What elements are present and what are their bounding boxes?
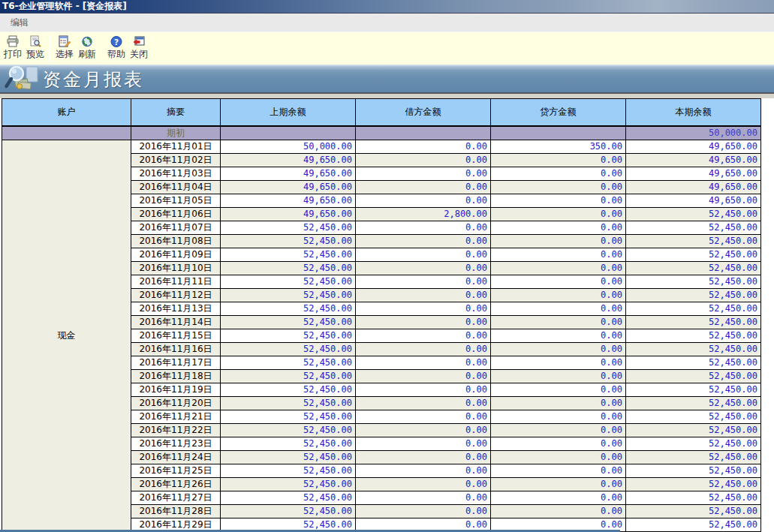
cell-date[interactable]: 2016年11月19日 (131, 383, 221, 396)
cell-balance[interactable]: 52,450.00 (626, 221, 761, 234)
cell-balance[interactable]: 49,650.00 (626, 167, 761, 180)
cell-date[interactable]: 2016年11月20日 (131, 396, 221, 410)
cell-balance[interactable]: 52,450.00 (626, 437, 761, 450)
cell-date[interactable]: 2016年11月05日 (131, 194, 221, 207)
cell-date[interactable]: 2016年11月08日 (131, 234, 221, 248)
help-button[interactable]: ? 帮助 (105, 32, 128, 65)
cell-summary[interactable]: 期初 (131, 126, 221, 140)
cell-debit[interactable]: 0.00 (356, 329, 491, 342)
cell-credit[interactable]: 0.00 (491, 356, 626, 369)
cell-debit[interactable] (356, 126, 491, 140)
cell-balance[interactable]: 52,450.00 (626, 342, 761, 356)
cell-credit[interactable]: 0.00 (491, 383, 626, 396)
cell-prev-balance[interactable]: 52,450.00 (221, 221, 356, 234)
cell-prev-balance[interactable]: 52,450.00 (221, 383, 356, 396)
cell-balance[interactable]: 52,450.00 (626, 275, 761, 288)
cell-date[interactable]: 2016年11月06日 (131, 207, 221, 221)
cell-credit[interactable] (491, 126, 626, 140)
cell-date[interactable]: 2016年11月13日 (131, 302, 221, 315)
cell-balance[interactable]: 52,450.00 (626, 288, 761, 302)
cell-balance[interactable]: 52,450.00 (626, 248, 761, 261)
cell-date[interactable]: 2016年11月11日 (131, 275, 221, 288)
cell-credit[interactable]: 0.00 (491, 180, 626, 194)
cell-debit[interactable]: 0.00 (356, 288, 491, 302)
cell-balance[interactable]: 52,450.00 (626, 518, 761, 531)
cell-prev-balance[interactable]: 52,450.00 (221, 396, 356, 410)
cell-balance[interactable]: 49,650.00 (626, 153, 761, 167)
cell-balance[interactable]: 52,450.00 (626, 356, 761, 369)
cell-balance[interactable]: 52,450.00 (626, 396, 761, 410)
cell-credit[interactable]: 0.00 (491, 450, 626, 464)
cell-date[interactable]: 2016年11月28日 (131, 504, 221, 518)
cell-balance[interactable]: 52,450.00 (626, 207, 761, 221)
cell-debit[interactable]: 0.00 (356, 140, 491, 153)
cell-date[interactable]: 2016年11月26日 (131, 477, 221, 491)
cell-credit[interactable]: 350.00 (491, 140, 626, 153)
cell-date[interactable]: 2016年11月21日 (131, 410, 221, 423)
cell-credit[interactable]: 0.00 (491, 207, 626, 221)
cell-prev-balance[interactable]: 52,450.00 (221, 437, 356, 450)
select-button[interactable]: 选择 (53, 32, 76, 65)
cell-balance[interactable]: 50,000.00 (626, 126, 761, 140)
cell-balance[interactable]: 52,450.00 (626, 315, 761, 329)
cell-credit[interactable]: 0.00 (491, 423, 626, 437)
cell-debit[interactable]: 0.00 (356, 302, 491, 315)
cell-prev-balance[interactable]: 52,450.00 (221, 248, 356, 261)
refresh-button[interactable]: 刷新 (76, 32, 98, 65)
cell-credit[interactable]: 0.00 (491, 329, 626, 342)
cell-prev-balance[interactable]: 52,450.00 (221, 423, 356, 437)
cell-prev-balance[interactable]: 52,450.00 (221, 302, 356, 315)
cell-prev-balance[interactable]: 49,650.00 (221, 207, 356, 221)
cell-credit[interactable]: 0.00 (491, 491, 626, 504)
cell-debit[interactable]: 0.00 (356, 315, 491, 329)
cell-prev-balance[interactable]: 52,450.00 (221, 356, 356, 369)
cell-prev-balance[interactable]: 50,000.00 (221, 140, 356, 153)
cell-balance[interactable]: 52,450.00 (626, 302, 761, 315)
cell-date[interactable]: 2016年11月01日 (131, 140, 221, 153)
print-button[interactable]: 打印 (2, 32, 24, 65)
cell-prev-balance[interactable]: 52,450.00 (221, 369, 356, 383)
cell-prev-balance[interactable]: 52,450.00 (221, 410, 356, 423)
table-row[interactable]: 现金2016年11月01日50,000.000.00350.0049,650.0… (2, 140, 761, 153)
cell-balance[interactable]: 52,450.00 (626, 504, 761, 518)
window-titlebar[interactable]: T6-企业管理软件 - [资金报表] (0, 0, 774, 14)
cell-credit[interactable]: 0.00 (491, 167, 626, 180)
cell-date[interactable]: 2016年11月09日 (131, 248, 221, 261)
cell-date[interactable]: 2016年11月16日 (131, 342, 221, 356)
cell-debit[interactable]: 0.00 (356, 167, 491, 180)
cell-prev-balance[interactable]: 52,450.00 (221, 504, 356, 518)
account-cell[interactable]: 现金 (2, 140, 131, 531)
cell-prev-balance[interactable]: 52,450.00 (221, 450, 356, 464)
cell-balance[interactable]: 52,450.00 (626, 491, 761, 504)
cell-debit[interactable]: 2,800.00 (356, 207, 491, 221)
cell-credit[interactable]: 0.00 (491, 288, 626, 302)
cell-debit[interactable]: 0.00 (356, 275, 491, 288)
cell-debit[interactable]: 0.00 (356, 464, 491, 477)
cell-prev-balance[interactable]: 52,450.00 (221, 342, 356, 356)
cell-prev-balance[interactable]: 52,450.00 (221, 329, 356, 342)
cell-credit[interactable]: 0.00 (491, 221, 626, 234)
cell-debit[interactable]: 0.00 (356, 356, 491, 369)
cell-prev-balance[interactable] (221, 126, 356, 140)
cell-balance[interactable]: 52,450.00 (626, 261, 761, 275)
cell-debit[interactable]: 0.00 (356, 437, 491, 450)
cell-credit[interactable]: 0.00 (491, 369, 626, 383)
cell-credit[interactable]: 0.00 (491, 234, 626, 248)
cell-date[interactable]: 2016年11月03日 (131, 167, 221, 180)
cell-prev-balance[interactable]: 49,650.00 (221, 194, 356, 207)
cell-balance[interactable]: 52,450.00 (626, 477, 761, 491)
cell-prev-balance[interactable]: 52,450.00 (221, 234, 356, 248)
cell-debit[interactable]: 0.00 (356, 477, 491, 491)
cell-balance[interactable]: 52,450.00 (626, 450, 761, 464)
cell-credit[interactable]: 0.00 (491, 342, 626, 356)
cell-date[interactable]: 2016年11月04日 (131, 180, 221, 194)
cell-prev-balance[interactable]: 52,450.00 (221, 261, 356, 275)
preview-button[interactable]: 预览 (24, 32, 47, 65)
cell-credit[interactable]: 0.00 (491, 410, 626, 423)
cell-debit[interactable]: 0.00 (356, 261, 491, 275)
cell-debit[interactable]: 0.00 (356, 504, 491, 518)
cell-prev-balance[interactable]: 49,650.00 (221, 167, 356, 180)
cell-credit[interactable]: 0.00 (491, 396, 626, 410)
cell-date[interactable]: 2016年11月27日 (131, 491, 221, 504)
cell-debit[interactable]: 0.00 (356, 410, 491, 423)
